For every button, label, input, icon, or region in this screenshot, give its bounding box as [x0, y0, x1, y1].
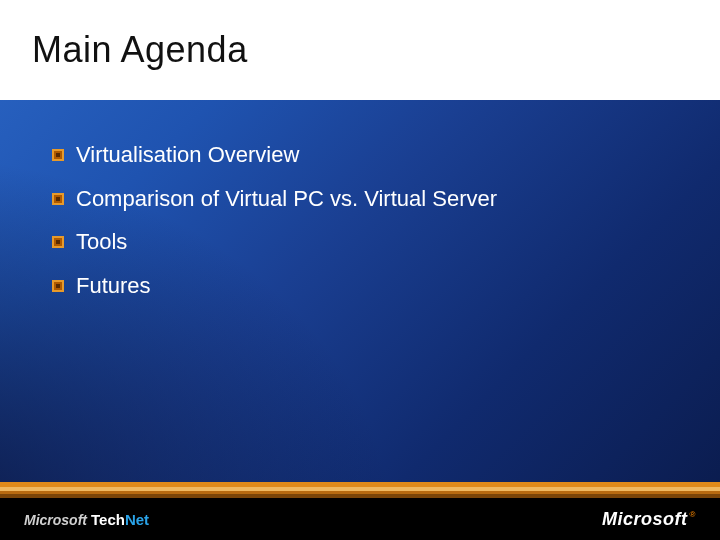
bullet-text: Virtualisation Overview: [76, 140, 299, 170]
list-item: Virtualisation Overview: [52, 140, 680, 170]
bullet-icon: [52, 236, 64, 248]
technet-logo: Microsoft TechNet: [24, 511, 149, 528]
list-item: Tools: [52, 227, 680, 257]
logo-brand-text: Microsoft: [602, 509, 688, 530]
list-item: Comparison of Virtual PC vs. Virtual Ser…: [52, 184, 680, 214]
svg-rect-2: [56, 153, 60, 157]
microsoft-logo: Microsoft ®: [602, 509, 696, 530]
title-band: Main Agenda: [0, 0, 720, 100]
slide: Main Agenda Virtualisation Overview: [0, 0, 720, 540]
slide-title: Main Agenda: [32, 29, 248, 71]
bullet-text: Tools: [76, 227, 127, 257]
bullet-text: Comparison of Virtual PC vs. Virtual Ser…: [76, 184, 497, 214]
footer-divider: [0, 482, 720, 498]
bullet-icon: [52, 149, 64, 161]
logo-product-text: TechNet: [91, 511, 149, 528]
svg-rect-11: [56, 284, 60, 288]
svg-rect-8: [56, 240, 60, 244]
list-item: Futures: [52, 271, 680, 301]
bullet-text: Futures: [76, 271, 151, 301]
logo-brand-text: Microsoft: [24, 512, 87, 528]
bullet-icon: [52, 193, 64, 205]
footer-bar: Microsoft TechNet Microsoft ®: [0, 498, 720, 540]
bullet-list: Virtualisation Overview Comparison of Vi…: [52, 140, 680, 315]
svg-rect-5: [56, 197, 60, 201]
bullet-icon: [52, 280, 64, 292]
registered-icon: ®: [690, 510, 696, 519]
